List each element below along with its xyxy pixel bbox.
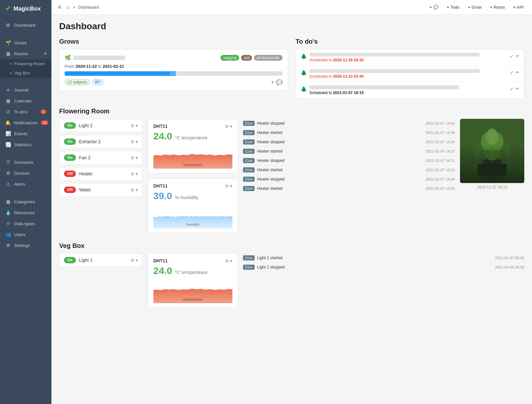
todo-text-1 (310, 53, 480, 57)
page-title: Dashboard (59, 21, 524, 31)
sidebar-item-flowering-room[interactable]: ▪ Flowering Room (0, 59, 51, 68)
temp-sensor-settings[interactable]: ⚙ ▾ (225, 124, 232, 129)
breadcrumb-separator: > (73, 5, 75, 10)
water-settings[interactable]: ⚙ ▾ (131, 188, 138, 192)
todo-edit-2[interactable]: ✏ (516, 70, 519, 75)
temp-value: 24.0 °C temperature (153, 131, 232, 142)
resources-icon: 💧 (5, 210, 11, 215)
sidebar-item-data-types[interactable]: ≡ Data types (0, 218, 51, 229)
todo-edit-1[interactable]: ✏ (516, 53, 519, 58)
event-desc: Heater stopped (257, 140, 423, 144)
sidebar-item-devices[interactable]: ⚙ Devices (0, 168, 51, 179)
grow-add-button[interactable]: + (271, 79, 274, 85)
grow-name-blur (74, 56, 125, 60)
logo-icon: ✔ (5, 4, 11, 13)
rooms-chevron: ▾ (44, 51, 46, 56)
heater-settings[interactable]: ⚙ ▾ (131, 171, 138, 176)
sidebar-item-dashboard[interactable]: ⊞ Dashboard (0, 20, 51, 31)
humidity-sensor-settings[interactable]: ⚙ ▾ (225, 184, 232, 189)
sidebar-item-rooms[interactable]: ▦ Rooms ▾ (0, 48, 51, 59)
sidebar-item-users[interactable]: 👥 Users (0, 229, 51, 240)
chat-icon: 💬 (433, 5, 438, 10)
sidebar-item-veg-box[interactable]: ▪ Veg Box (0, 68, 51, 78)
topbar-todo-button[interactable]: + Todo (445, 4, 462, 11)
todo-text-2 (310, 69, 480, 73)
sidebar-item-categories[interactable]: ▦ Categories (0, 196, 51, 207)
fan2-status: On (64, 154, 76, 161)
todo-pine-icon-2: 🌲 (301, 70, 307, 76)
todo-edit-3[interactable]: ✏ (516, 86, 519, 91)
sidebar-item-journal[interactable]: ≡ Journal (0, 84, 51, 95)
settings-icon: ⚙ (5, 243, 11, 248)
sidebar-label-todos: To do's (14, 110, 28, 114)
sidebar-item-statistics[interactable]: 📈 Statistics (0, 139, 51, 150)
fan2-settings[interactable]: ⚙ ▾ (131, 155, 138, 160)
topbar-room-button[interactable]: + Room (488, 4, 507, 11)
event-time: 2021-01-07 14:21 (426, 159, 455, 162)
breadcrumb-current: Dashboard (78, 5, 99, 10)
cron-badge: Cron (243, 177, 255, 182)
sidebar-label-calendar: Calendar (14, 99, 32, 103)
journal-icon: ≡ (5, 87, 11, 92)
flowering-room-title: Flowering Room (59, 108, 524, 115)
topbar-grow-button[interactable]: + Grow (466, 4, 484, 11)
photo-caption: 2020-11-27 18:13 (460, 185, 524, 189)
hamburger-button[interactable]: ≡ (58, 4, 61, 11)
topbar-chat-button[interactable]: + 💬 (428, 4, 440, 11)
sidebar-item-alerts[interactable]: ⚠ Alerts (0, 179, 51, 189)
topbar-api-button[interactable]: ≡ API (511, 4, 526, 11)
sidebar-item-grows[interactable]: 🌱 Grows (0, 37, 51, 48)
light2-settings[interactable]: ⚙ ▾ (131, 123, 138, 128)
todo-check-3[interactable]: ✓ (509, 86, 514, 92)
dashboard-icon: ⊞ (5, 22, 11, 28)
extractor2-name: Extractor 2 (79, 139, 128, 144)
light2-status: On (64, 122, 76, 129)
todo-check-2[interactable]: ✓ (509, 70, 514, 76)
humidity-chart: humidity (153, 203, 232, 228)
events-icon: 📊 (5, 131, 11, 136)
sidebar-label-devices: Devices (14, 171, 30, 176)
sidebar-label-grows: Grows (14, 40, 27, 45)
humidity-sensor-title: DHT11 (153, 183, 167, 189)
sidebar-label-statistics: Statistics (14, 142, 32, 147)
event-item: Cron Heater stopped 2021-01-07 14:42 (243, 119, 455, 128)
progress-bar: 51% (65, 71, 283, 76)
plant-icon: 🌿 (65, 55, 71, 61)
light1-name: Light 1 (79, 258, 128, 263)
week-badge: W7 (92, 79, 104, 85)
devices-icon: ⚙ (5, 171, 11, 176)
device-light2: On Light 2 ⚙ ▾ (59, 119, 143, 132)
extractor2-settings[interactable]: ⚙ ▾ (131, 139, 138, 144)
sidebar-item-calendar[interactable]: ▦ Calendar (0, 95, 51, 106)
sidebar-item-scenarios[interactable]: ⏱ Scenarios (0, 157, 51, 168)
veg-event-time-1: 2021-01-07 05:00 (495, 256, 524, 260)
sidebar-item-events[interactable]: 📊 Events (0, 128, 51, 139)
humidity-chart-label: humidity (186, 223, 200, 226)
device-heater: Off Heater ⚙ ▾ (59, 167, 143, 180)
topbar-api-label: API (517, 5, 524, 10)
room-plus-icon: + (490, 5, 492, 10)
tag-photoperiodic: photoperiodic (254, 55, 282, 61)
sidebar-item-todos[interactable]: ☑ To do's 3 (0, 106, 51, 117)
veg-box-title: Veg Box (59, 242, 524, 250)
veg-temp-sensor-settings[interactable]: ⚙ ▾ (225, 259, 232, 263)
todos-badge: 3 (41, 110, 46, 114)
grow-comment-button[interactable]: 💬 (276, 79, 283, 85)
fan2-name: Fan 2 (79, 155, 128, 160)
event-item: Cron Heater started 2021-01-07 14:39 (243, 128, 455, 137)
sidebar-label-dashboard: Dashboard (14, 23, 35, 28)
rooms-icon: ▦ (5, 51, 11, 56)
heater-name: Heater (79, 171, 127, 176)
logo[interactable]: ✔ MagicBox (0, 0, 51, 18)
sidebar-item-settings[interactable]: ⚙ Settings (0, 240, 51, 251)
sidebar-item-resources[interactable]: 💧 Resources (0, 207, 51, 218)
date-range: From 2020-11-22 to 2021-02-21 (65, 64, 283, 69)
sidebar-label-events: Events (14, 131, 27, 136)
light1-settings[interactable]: ⚙ ▾ (131, 258, 138, 263)
sidebar-item-notifications[interactable]: 🔔 Notifications 10 (0, 117, 51, 128)
todo-check-1[interactable]: ✓ (509, 53, 514, 59)
veg-event-item-1: Cron Light 1 started 2021-01-07 05:00 (243, 253, 524, 263)
breadcrumb-home[interactable]: ⌂ (67, 4, 70, 10)
todo-pine-icon-1: 🌲 (301, 53, 307, 59)
veg-cron-badge-2: Cron (243, 265, 255, 270)
